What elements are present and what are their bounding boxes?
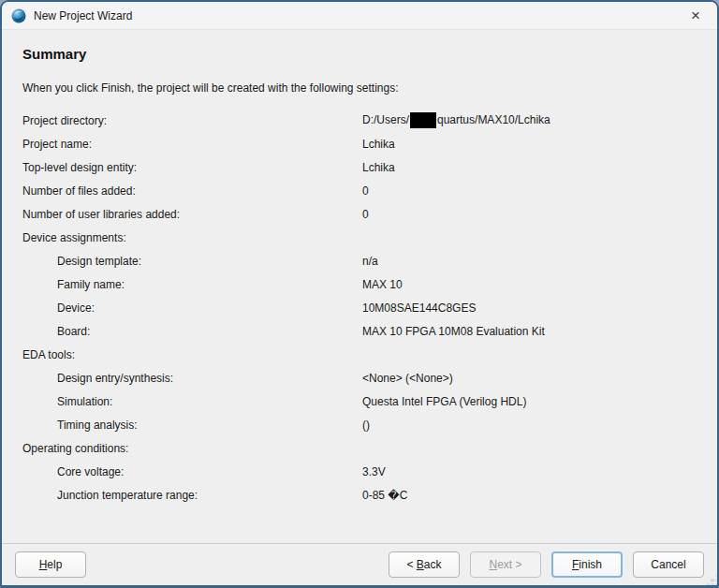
summary-label: Board: [22, 325, 362, 338]
summary-value: <None> (<None>) [362, 372, 453, 385]
summary-row: Project name:Lchika [22, 132, 697, 155]
back-button[interactable]: < Back [389, 551, 460, 578]
nav-buttons: < Back Next > Finish Cancel [389, 551, 704, 578]
cancel-button[interactable]: Cancel [633, 551, 704, 578]
summary-label: Device: [22, 301, 362, 315]
button-bar: Help < Back Next > Finish Cancel [2, 543, 717, 585]
summary-label: Project name: [22, 138, 362, 151]
summary-row: Project directory:D:/Users/quartus/MAX10… [22, 109, 697, 132]
page-title: Summary [22, 46, 697, 62]
summary-label: EDA tools: [22, 348, 362, 361]
summary-row: Design entry/synthesis:<None> (<None>) [22, 366, 697, 390]
summary-row: Device assignments: [22, 226, 697, 249]
summary-value: () [362, 419, 370, 432]
intro-text: When you click Finish, the project will … [22, 81, 697, 95]
summary-row: Device:10M08SAE144C8GES [22, 296, 697, 319]
window-title: New Project Wizard [34, 9, 132, 22]
summary-row: Timing analysis:() [22, 413, 697, 436]
summary-label: Simulation: [22, 395, 362, 408]
summary-row: Number of files added:0 [22, 179, 697, 202]
summary-label: Top-level design entity: [22, 161, 362, 174]
summary-value: Lchika [362, 161, 395, 174]
summary-value: Lchika [362, 138, 395, 151]
summary-row: Family name:MAX 10 [22, 272, 697, 296]
summary-row: Simulation:Questa Intel FPGA (Verilog HD… [22, 390, 697, 413]
next-button: Next > [470, 551, 541, 578]
quartus-icon [11, 8, 26, 23]
summary-value: n/a [362, 255, 378, 268]
summary-label: Timing analysis: [22, 419, 362, 432]
summary-label: Device assignments: [22, 231, 362, 244]
summary-label: Design entry/synthesis: [22, 372, 362, 385]
summary-row: Top-level design entity:Lchika [22, 155, 697, 179]
summary-label: Core voltage: [22, 465, 362, 478]
summary-row: Design template:n/a [22, 249, 697, 272]
summary-label: Number of user libraries added: [22, 208, 362, 221]
summary-label: Junction temperature range: [22, 489, 362, 502]
summary-row: Board:MAX 10 FPGA 10M08 Evaluation Kit [22, 319, 697, 343]
summary-value: 0 [362, 184, 369, 198]
summary-value: 0 [362, 208, 369, 221]
summary-row: Operating conditions: [22, 436, 697, 460]
redacted-box [410, 112, 436, 128]
new-project-wizard-dialog: New Project Wizard × Summary When you cl… [0, 0, 719, 588]
title-bar[interactable]: New Project Wizard × [2, 2, 717, 30]
summary-label: Design template: [22, 255, 362, 268]
finish-button[interactable]: Finish [551, 551, 623, 578]
summary-row: Junction temperature range:0-85 �C [22, 483, 697, 507]
help-button[interactable]: Help [15, 551, 86, 578]
summary-row: Number of user libraries added:0 [22, 202, 697, 226]
resize-grip[interactable] [711, 579, 714, 582]
summary-label: Family name: [22, 278, 362, 291]
summary-page: Summary When you click Finish, the proje… [2, 46, 717, 507]
summary-row: EDA tools: [22, 343, 697, 366]
summary-label: Project directory: [22, 114, 362, 127]
summary-value: MAX 10 [362, 278, 403, 291]
summary-value: 0-85 �C [362, 489, 407, 502]
close-icon[interactable]: × [683, 6, 708, 25]
summary-value: MAX 10 FPGA 10M08 Evaluation Kit [362, 325, 545, 338]
summary-label: Operating conditions: [22, 442, 362, 455]
settings-list: Project directory:D:/Users/quartus/MAX10… [22, 109, 697, 507]
summary-label: Number of files added: [22, 184, 362, 198]
summary-value: Questa Intel FPGA (Verilog HDL) [362, 395, 526, 408]
summary-value: D:/Users/quartus/MAX10/Lchika [362, 112, 550, 128]
summary-row: Core voltage:3.3V [22, 460, 697, 483]
summary-value: 3.3V [362, 465, 386, 478]
summary-value: 10M08SAE144C8GES [362, 301, 476, 315]
